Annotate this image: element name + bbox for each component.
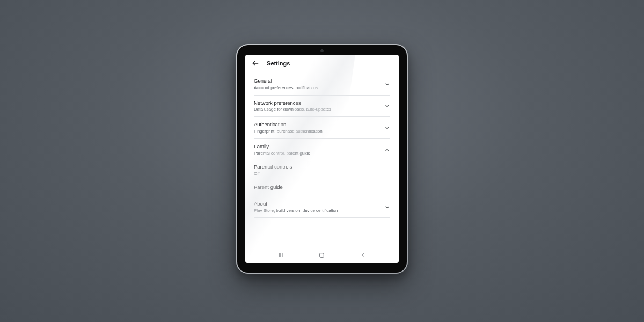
nav-back-icon[interactable]	[359, 251, 368, 259]
front-camera	[321, 49, 324, 52]
section-family[interactable]: Family Parental control, parent guide	[254, 139, 390, 160]
tablet-bezel: Settings General Account preferences, no…	[237, 45, 407, 273]
page-title: Settings	[267, 60, 290, 67]
subitem-sub: Off	[254, 171, 390, 177]
section-about[interactable]: About Play Store, build version, device …	[254, 196, 390, 218]
screen: Settings General Account preferences, no…	[245, 55, 399, 263]
chevron-down-icon	[384, 81, 390, 87]
app-header: Settings	[245, 55, 399, 70]
section-sub: Parental control, parent guide	[254, 151, 384, 157]
svg-rect-4	[320, 253, 324, 257]
nav-recents-icon[interactable]	[276, 251, 285, 259]
subitem-parental-controls[interactable]: Parental controls Off	[254, 160, 390, 180]
subitem-parent-guide[interactable]: Parent guide	[254, 180, 390, 196]
section-title: About	[254, 201, 384, 208]
section-sub: Data usage for downloads, auto-updates	[254, 107, 384, 113]
section-sub: Play Store, build version, device certif…	[254, 208, 384, 214]
section-title: Network preferences	[254, 100, 384, 107]
section-general[interactable]: General Account preferences, notificatio…	[254, 74, 390, 96]
section-sub: Fingerprint, purchase authentication	[254, 129, 384, 135]
tablet-frame: Settings General Account preferences, no…	[236, 44, 408, 274]
chevron-up-icon	[384, 147, 390, 153]
section-title: Family	[254, 143, 384, 150]
chevron-down-icon	[384, 125, 390, 131]
subitem-title: Parental controls	[254, 164, 390, 171]
back-arrow-icon[interactable]	[252, 60, 259, 67]
chevron-down-icon	[384, 103, 390, 109]
settings-list: General Account preferences, notificatio…	[245, 70, 399, 247]
chevron-down-icon	[384, 204, 390, 210]
section-authentication[interactable]: Authentication Fingerprint, purchase aut…	[254, 117, 390, 139]
subitem-title: Parent guide	[254, 184, 390, 191]
section-title: Authentication	[254, 121, 384, 128]
nav-home-icon[interactable]	[318, 251, 326, 259]
section-sub: Account preferences, notifications	[254, 85, 384, 91]
system-nav-bar	[245, 247, 399, 263]
section-title: General	[254, 78, 384, 85]
section-network-preferences[interactable]: Network preferences Data usage for downl…	[254, 96, 390, 118]
